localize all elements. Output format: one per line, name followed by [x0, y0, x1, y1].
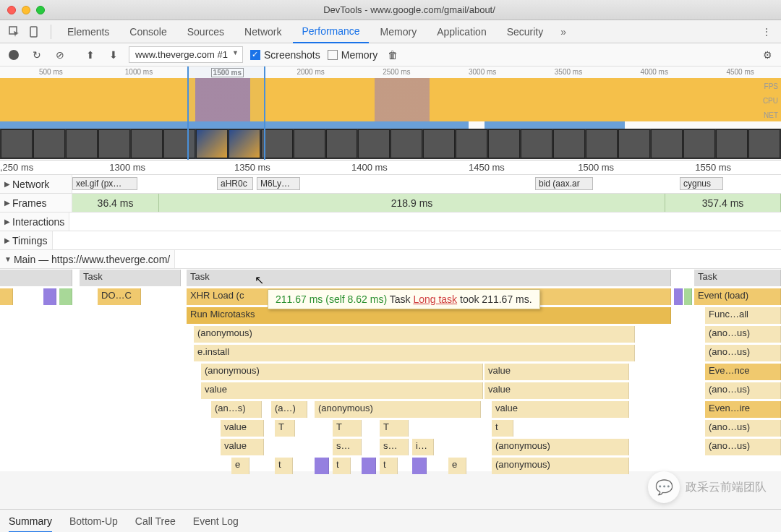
bottom-tabs: Summary Bottom-Up Call Tree Event Log: [0, 509, 781, 532]
flame-chart[interactable]: Task Task Task DO…C XHR Load (c Event (l…: [0, 269, 781, 471]
screenshot-thumbnails: [0, 129, 781, 159]
tab-summary[interactable]: Summary: [9, 515, 52, 533]
download-icon[interactable]: ⬇: [106, 47, 121, 63]
kebab-menu-icon[interactable]: ⋮: [758, 23, 775, 40]
main-track-header[interactable]: ▼Main — https://www.theverge.com/: [0, 250, 781, 269]
overview-selection[interactable]: [187, 66, 265, 160]
gear-icon[interactable]: ⚙: [759, 47, 775, 63]
overview-labels: FPS CPU NET: [763, 80, 778, 123]
overview-pane[interactable]: 500 ms 1000 ms 1500 ms 2000 ms 2500 ms 3…: [0, 66, 781, 160]
detail-ruler: ,250 ms 1300 ms 1350 ms 1400 ms 1450 ms …: [0, 160, 781, 175]
task-tooltip: 211.67 ms (self 8.62 ms) Task Long task …: [268, 289, 540, 309]
device-icon[interactable]: [26, 23, 43, 40]
recording-select[interactable]: www.theverge.com #1: [129, 46, 243, 63]
reload-icon[interactable]: ↻: [29, 47, 45, 63]
tab-security[interactable]: Security: [498, 20, 552, 43]
cursor-icon: ↖: [255, 273, 264, 287]
more-tabs-icon[interactable]: »: [555, 23, 572, 40]
tab-network[interactable]: Network: [236, 20, 290, 43]
maximize-window[interactable]: [36, 6, 45, 14]
clear-icon[interactable]: ⊘: [52, 47, 68, 63]
overview-graph: [0, 78, 781, 121]
tab-memory[interactable]: Memory: [372, 20, 426, 43]
panel-tabs: Elements Console Sources Network Perform…: [0, 20, 781, 43]
record-button[interactable]: [6, 47, 22, 63]
record-toolbar: ↻ ⊘ ⬆ ⬇ www.theverge.com #1 ✓ Screenshot…: [0, 43, 781, 66]
overview-ruler: 500 ms 1000 ms 1500 ms 2000 ms 2500 ms 3…: [0, 66, 781, 78]
wechat-icon: 💬: [648, 471, 680, 503]
tab-calltree[interactable]: Call Tree: [135, 515, 176, 527]
frames-track[interactable]: ▶Frames 36.4 ms 218.9 ms 357.4 ms: [0, 194, 781, 213]
inspect-icon[interactable]: [6, 23, 23, 40]
watermark: 💬 政采云前端团队: [648, 471, 767, 503]
tab-sources[interactable]: Sources: [179, 20, 233, 43]
tab-eventlog[interactable]: Event Log: [193, 515, 239, 527]
tab-bottomup[interactable]: Bottom-Up: [69, 515, 118, 527]
upload-icon[interactable]: ⬆: [82, 47, 98, 63]
network-track[interactable]: ▶Network xel.gif (px… aHR0c M6Ly… bid (a…: [0, 175, 781, 194]
titlebar: DevTools - www.google.com/gmail/about/: [0, 0, 781, 20]
memory-checkbox[interactable]: Memory: [328, 49, 378, 61]
minimize-window[interactable]: [22, 6, 30, 14]
close-window[interactable]: [7, 6, 16, 14]
svg-rect-1: [30, 27, 37, 37]
tab-performance[interactable]: Performance: [293, 20, 368, 43]
trash-icon[interactable]: 🗑: [385, 47, 401, 63]
traffic-lights: [7, 6, 45, 14]
tab-elements[interactable]: Elements: [59, 20, 118, 43]
timings-track[interactable]: ▶Timings: [0, 231, 781, 250]
interactions-track[interactable]: ▶Interactions: [0, 213, 781, 231]
tab-console[interactable]: Console: [121, 20, 175, 43]
screenshots-checkbox[interactable]: ✓ Screenshots: [250, 49, 320, 61]
tab-application[interactable]: Application: [428, 20, 495, 43]
window-title: DevTools - www.google.com/gmail/about/: [45, 4, 774, 15]
